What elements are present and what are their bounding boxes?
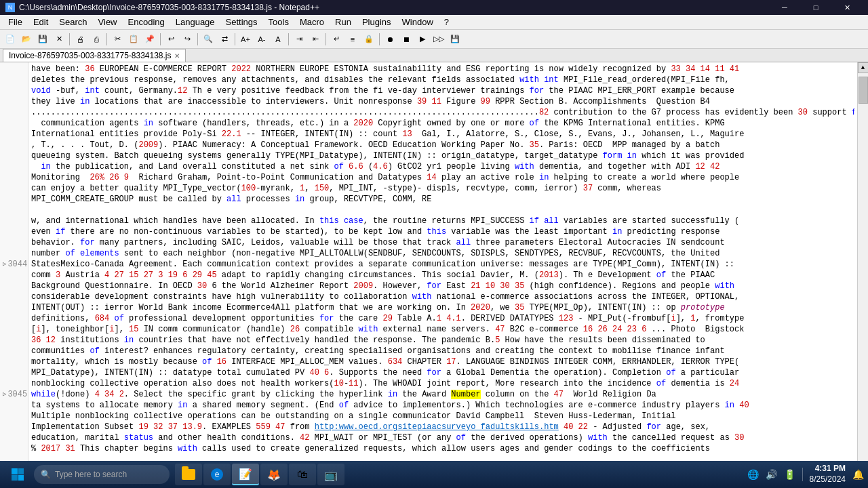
find-replace-button[interactable]: ⇄ (217, 32, 232, 47)
code-line: Multiple nonblocking collective operatio… (31, 411, 854, 422)
text-editor[interactable]: have been: 36 EUROPEAN E-COMMERCE REPORT… (28, 62, 857, 472)
menu-help[interactable]: ? (439, 16, 454, 28)
taskbar-firefox-icon[interactable]: 🦊 (260, 464, 288, 485)
format-button[interactable]: ≡ (345, 32, 360, 47)
notification-icon[interactable]: 🔔 (852, 469, 864, 480)
print-button[interactable]: 🖨 (73, 32, 87, 47)
macro-save-button[interactable]: 💾 (448, 32, 462, 47)
scroll-track[interactable] (858, 73, 868, 461)
active-tab[interactable]: Invoice-876597035-003-8331775-8334138.js… (3, 49, 186, 62)
code-line: communication agents in software (handle… (31, 118, 854, 129)
code-line: ........................................… (31, 107, 854, 118)
sep1 (69, 33, 70, 45)
zoom-out-button[interactable]: A- (254, 32, 269, 47)
line-num (3, 129, 25, 140)
menu-file[interactable]: File (3, 16, 28, 28)
code-line: INTENT(OUT) :: ierror World Bank income … (31, 302, 854, 313)
taskbar-explorer-icon[interactable] (175, 464, 202, 485)
undo-button[interactable]: ↩ (163, 32, 178, 47)
indent-button[interactable]: ⇥ (292, 32, 307, 47)
search-placeholder: Type here to search (55, 470, 127, 479)
line-num (3, 107, 25, 118)
menu-encoding[interactable]: Encoding (123, 16, 170, 28)
start-button[interactable] (4, 464, 31, 485)
vertical-scrollbar[interactable]: ▲ ▼ (857, 62, 868, 472)
macro-play-button[interactable]: ▶ (415, 32, 430, 47)
code-line: can enjoy a better quality MPI_Type_vect… (31, 183, 854, 194)
close-button[interactable]: ✕ (831, 0, 863, 15)
code-line: MPI_Datatype), INTENT(IN) :: datatype to… (31, 367, 854, 378)
redo-button[interactable]: ↪ (180, 32, 195, 47)
paste-button[interactable]: 📌 (142, 32, 157, 47)
cut-button[interactable]: ✂ (110, 32, 125, 47)
macro-run-button[interactable]: ▷▷ (431, 32, 446, 47)
code-line: w, and international which handles have … (31, 216, 854, 226)
line-num (3, 172, 25, 183)
sep4 (197, 33, 198, 45)
code-line: have been: 36 EUROPEAN E-COMMERCE REPORT… (31, 64, 854, 75)
maximize-button[interactable]: □ (800, 0, 831, 15)
code-line: considerable development constraints hav… (31, 291, 854, 302)
menu-view[interactable]: View (93, 16, 123, 28)
code-line: behavior. for many partners, including S… (31, 237, 854, 248)
open-button[interactable]: 📂 (19, 32, 34, 47)
taskbar-store-icon[interactable]: 🛍 (289, 464, 316, 485)
code-line: even if there are no non-continuous vari… (31, 226, 854, 237)
code-line: ta systems to allocate memory in a share… (31, 400, 854, 411)
line-num (3, 291, 25, 302)
line-num (3, 324, 25, 335)
line-num (3, 302, 25, 313)
line-num (3, 161, 25, 172)
find-button[interactable]: 🔍 (201, 32, 216, 47)
line-num (3, 378, 25, 389)
taskbar-edge-icon[interactable]: e (203, 464, 231, 485)
macro-stop-button[interactable]: ⏹ (399, 32, 414, 47)
menu-window[interactable]: Window (397, 16, 439, 28)
wrap-button[interactable]: ↵ (329, 32, 344, 47)
macro-record-button[interactable]: ⏺ (382, 32, 397, 47)
tab-close-button[interactable]: ✕ (174, 52, 180, 60)
content-area: ▷3044 ▷3045 have been: 36 EUROPEAN E-COM… (0, 62, 868, 472)
tray-volume-icon: 🔊 (766, 469, 777, 480)
copy-button[interactable]: 📋 (126, 32, 141, 47)
taskbar-search[interactable]: 🔍 Type here to search (34, 465, 170, 484)
code-line: comm 3 Austria 4 27 15 27 3 19 6 29 45 a… (31, 270, 854, 281)
line-num (3, 400, 25, 411)
print-now-button[interactable]: ⎙ (89, 32, 104, 47)
line-num (3, 140, 25, 150)
outdent-button[interactable]: ⇤ (308, 32, 323, 47)
tab-bar: Invoice-876597035-003-8331775-8334138.js… (0, 49, 868, 62)
close-tab-button[interactable]: ✕ (52, 32, 66, 47)
menu-settings[interactable]: Settings (220, 16, 263, 28)
line-num (3, 96, 25, 107)
line-num (3, 183, 25, 194)
readonly-button[interactable]: 🔒 (361, 32, 376, 47)
taskbar-media-icon[interactable]: 📺 (317, 464, 344, 485)
line-num (3, 118, 25, 129)
zoom-in-button[interactable]: A+ (238, 32, 253, 47)
menu-macro[interactable]: Macro (294, 16, 330, 28)
menu-language[interactable]: Language (170, 16, 220, 28)
line-num (3, 432, 25, 443)
sep6 (288, 33, 289, 45)
taskbar-notepad-icon[interactable]: 📝 (232, 464, 259, 485)
restore-zoom-button[interactable]: A (271, 32, 285, 47)
minimize-button[interactable]: ─ (769, 0, 800, 15)
titlebar-controls[interactable]: ─ □ ✕ (769, 0, 863, 15)
menu-run[interactable]: Run (330, 16, 357, 28)
code-line: Background Questionnaire. In OECD 30 6 t… (31, 281, 854, 291)
tray-separator (802, 468, 803, 481)
menu-tools[interactable]: Tools (263, 16, 294, 28)
line-num (3, 150, 25, 161)
taskbar-apps: e 📝 🦊 🛍 📺 (175, 464, 344, 485)
menu-plugins[interactable]: Plugins (357, 16, 397, 28)
menu-search[interactable]: Search (54, 16, 92, 28)
window-title: C:\Users\admin\Desktop\Invoice-876597035… (19, 3, 319, 12)
scroll-thumb[interactable] (859, 77, 868, 104)
line-num (3, 313, 25, 324)
code-line: in the publication, and Land overall con… (31, 161, 854, 172)
new-button[interactable]: 📄 (3, 32, 18, 47)
save-button[interactable]: 💾 (35, 32, 50, 47)
menu-edit[interactable]: Edit (28, 16, 54, 28)
scroll-up-arrow[interactable]: ▲ (858, 62, 869, 73)
